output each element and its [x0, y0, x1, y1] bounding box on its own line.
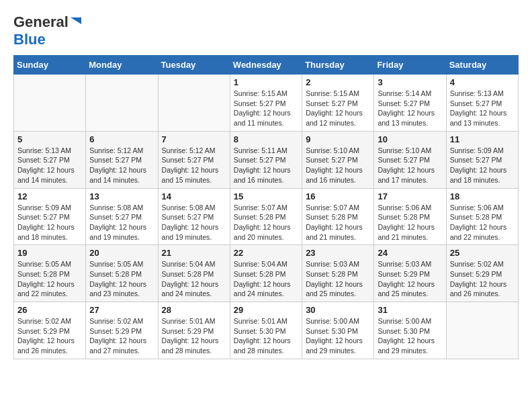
calendar-header-thursday: Thursday	[302, 56, 374, 75]
day-number: 9	[306, 134, 370, 144]
calendar-cell: 1Sunrise: 5:15 AM Sunset: 5:27 PM Daylig…	[230, 75, 302, 132]
day-info: Sunrise: 5:08 AM Sunset: 5:27 PM Dayligh…	[89, 203, 154, 242]
calendar-header-saturday: Saturday	[446, 56, 518, 75]
day-info: Sunrise: 5:14 AM Sunset: 5:27 PM Dayligh…	[378, 89, 442, 128]
day-info: Sunrise: 5:00 AM Sunset: 5:30 PM Dayligh…	[306, 316, 370, 356]
day-number: 22	[234, 248, 298, 258]
page: General Blue SundayMondayTuesdayWednesda…	[0, 0, 532, 366]
calendar-cell: 15Sunrise: 5:07 AM Sunset: 5:28 PM Dayli…	[230, 188, 302, 245]
calendar-cell: 2Sunrise: 5:15 AM Sunset: 5:27 PM Daylig…	[302, 75, 374, 132]
day-info: Sunrise: 5:15 AM Sunset: 5:27 PM Dayligh…	[234, 89, 298, 128]
day-number: 3	[378, 77, 442, 87]
calendar-cell: 5Sunrise: 5:13 AM Sunset: 5:27 PM Daylig…	[14, 131, 86, 188]
calendar-cell: 12Sunrise: 5:09 AM Sunset: 5:27 PM Dayli…	[14, 188, 86, 245]
calendar-cell: 16Sunrise: 5:07 AM Sunset: 5:28 PM Dayli…	[302, 188, 374, 245]
day-number: 14	[162, 191, 226, 201]
calendar-cell: 11Sunrise: 5:09 AM Sunset: 5:27 PM Dayli…	[446, 131, 518, 188]
calendar-header-wednesday: Wednesday	[230, 56, 302, 75]
day-number: 20	[89, 248, 154, 258]
logo-blue: Blue	[13, 31, 46, 48]
day-info: Sunrise: 5:00 AM Sunset: 5:30 PM Dayligh…	[378, 316, 442, 356]
day-info: Sunrise: 5:06 AM Sunset: 5:28 PM Dayligh…	[378, 203, 442, 242]
calendar-cell	[446, 302, 518, 359]
day-info: Sunrise: 5:09 AM Sunset: 5:27 PM Dayligh…	[17, 203, 82, 242]
calendar-header-row: SundayMondayTuesdayWednesdayThursdayFrid…	[14, 56, 519, 75]
calendar-cell: 3Sunrise: 5:14 AM Sunset: 5:27 PM Daylig…	[374, 75, 446, 132]
day-number: 10	[378, 134, 442, 144]
calendar-week-3: 12Sunrise: 5:09 AM Sunset: 5:27 PM Dayli…	[14, 188, 519, 245]
calendar-cell: 21Sunrise: 5:04 AM Sunset: 5:28 PM Dayli…	[158, 245, 230, 302]
day-number: 25	[450, 248, 515, 258]
day-number: 4	[450, 77, 515, 87]
calendar-header-sunday: Sunday	[14, 56, 86, 75]
calendar-header-friday: Friday	[374, 56, 446, 75]
calendar-week-2: 5Sunrise: 5:13 AM Sunset: 5:27 PM Daylig…	[14, 131, 519, 188]
day-info: Sunrise: 5:03 AM Sunset: 5:28 PM Dayligh…	[306, 259, 370, 299]
day-info: Sunrise: 5:15 AM Sunset: 5:27 PM Dayligh…	[306, 89, 370, 128]
day-info: Sunrise: 5:02 AM Sunset: 5:29 PM Dayligh…	[450, 259, 515, 299]
calendar-cell: 20Sunrise: 5:05 AM Sunset: 5:28 PM Dayli…	[86, 245, 158, 302]
day-info: Sunrise: 5:02 AM Sunset: 5:29 PM Dayligh…	[17, 316, 82, 356]
calendar-cell: 8Sunrise: 5:11 AM Sunset: 5:27 PM Daylig…	[230, 131, 302, 188]
calendar-cell: 28Sunrise: 5:01 AM Sunset: 5:29 PM Dayli…	[158, 302, 230, 359]
day-info: Sunrise: 5:13 AM Sunset: 5:27 PM Dayligh…	[17, 146, 82, 185]
day-info: Sunrise: 5:08 AM Sunset: 5:27 PM Dayligh…	[162, 203, 226, 242]
calendar-cell	[158, 75, 230, 132]
day-number: 15	[234, 191, 298, 201]
day-number: 31	[378, 305, 442, 315]
calendar-cell: 22Sunrise: 5:04 AM Sunset: 5:28 PM Dayli…	[230, 245, 302, 302]
day-number: 11	[450, 134, 515, 144]
calendar-cell: 29Sunrise: 5:01 AM Sunset: 5:30 PM Dayli…	[230, 302, 302, 359]
day-info: Sunrise: 5:09 AM Sunset: 5:27 PM Dayligh…	[450, 146, 515, 185]
calendar-cell	[86, 75, 158, 132]
calendar-cell: 26Sunrise: 5:02 AM Sunset: 5:29 PM Dayli…	[14, 302, 86, 359]
calendar-cell: 6Sunrise: 5:12 AM Sunset: 5:27 PM Daylig…	[86, 131, 158, 188]
day-info: Sunrise: 5:04 AM Sunset: 5:28 PM Dayligh…	[162, 259, 226, 299]
day-info: Sunrise: 5:07 AM Sunset: 5:28 PM Dayligh…	[234, 203, 298, 242]
calendar-cell: 7Sunrise: 5:12 AM Sunset: 5:27 PM Daylig…	[158, 131, 230, 188]
day-number: 5	[17, 134, 82, 144]
day-info: Sunrise: 5:11 AM Sunset: 5:27 PM Dayligh…	[234, 146, 298, 185]
day-info: Sunrise: 5:01 AM Sunset: 5:29 PM Dayligh…	[162, 316, 226, 356]
svg-marker-0	[71, 17, 81, 24]
day-info: Sunrise: 5:07 AM Sunset: 5:28 PM Dayligh…	[306, 203, 370, 242]
day-info: Sunrise: 5:03 AM Sunset: 5:29 PM Dayligh…	[378, 259, 442, 299]
day-number: 8	[234, 134, 298, 144]
day-number: 21	[162, 248, 226, 258]
day-info: Sunrise: 5:10 AM Sunset: 5:27 PM Dayligh…	[306, 146, 370, 185]
calendar-cell: 13Sunrise: 5:08 AM Sunset: 5:27 PM Dayli…	[86, 188, 158, 245]
day-number: 12	[17, 191, 82, 201]
logo-arrow-icon	[69, 15, 84, 30]
calendar-cell	[14, 75, 86, 132]
header: General Blue	[13, 13, 519, 48]
calendar-cell: 19Sunrise: 5:05 AM Sunset: 5:28 PM Dayli…	[14, 245, 86, 302]
day-number: 30	[306, 305, 370, 315]
day-number: 1	[234, 77, 298, 87]
day-number: 19	[17, 248, 82, 258]
logo: General Blue	[13, 13, 84, 48]
calendar-cell: 10Sunrise: 5:10 AM Sunset: 5:27 PM Dayli…	[374, 131, 446, 188]
day-number: 24	[378, 248, 442, 258]
day-info: Sunrise: 5:10 AM Sunset: 5:27 PM Dayligh…	[378, 146, 442, 185]
calendar-body: 1Sunrise: 5:15 AM Sunset: 5:27 PM Daylig…	[14, 75, 519, 359]
calendar-cell: 31Sunrise: 5:00 AM Sunset: 5:30 PM Dayli…	[374, 302, 446, 359]
calendar-week-5: 26Sunrise: 5:02 AM Sunset: 5:29 PM Dayli…	[14, 302, 519, 359]
day-number: 28	[162, 305, 226, 315]
calendar-cell: 18Sunrise: 5:06 AM Sunset: 5:28 PM Dayli…	[446, 188, 518, 245]
day-info: Sunrise: 5:05 AM Sunset: 5:28 PM Dayligh…	[89, 259, 154, 299]
calendar-table: SundayMondayTuesdayWednesdayThursdayFrid…	[13, 55, 519, 359]
day-number: 27	[89, 305, 154, 315]
day-number: 7	[162, 134, 226, 144]
day-number: 17	[378, 191, 442, 201]
day-number: 13	[89, 191, 154, 201]
calendar-cell: 17Sunrise: 5:06 AM Sunset: 5:28 PM Dayli…	[374, 188, 446, 245]
calendar-cell: 27Sunrise: 5:02 AM Sunset: 5:29 PM Dayli…	[86, 302, 158, 359]
calendar-cell: 25Sunrise: 5:02 AM Sunset: 5:29 PM Dayli…	[446, 245, 518, 302]
day-number: 16	[306, 191, 370, 201]
day-info: Sunrise: 5:02 AM Sunset: 5:29 PM Dayligh…	[89, 316, 154, 356]
day-info: Sunrise: 5:05 AM Sunset: 5:28 PM Dayligh…	[17, 259, 82, 299]
day-number: 18	[450, 191, 515, 201]
calendar-cell: 30Sunrise: 5:00 AM Sunset: 5:30 PM Dayli…	[302, 302, 374, 359]
calendar-week-4: 19Sunrise: 5:05 AM Sunset: 5:28 PM Dayli…	[14, 245, 519, 302]
day-number: 2	[306, 77, 370, 87]
